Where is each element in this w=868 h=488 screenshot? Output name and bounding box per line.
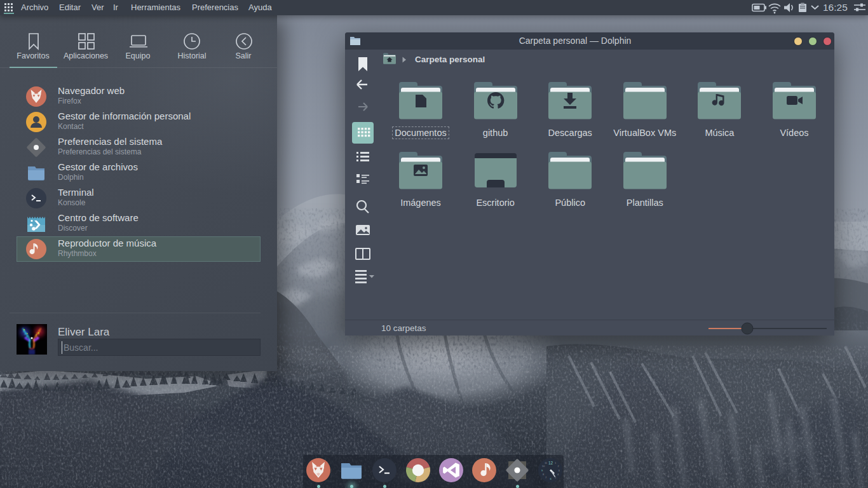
svg-text:10: 10 [542,464,545,468]
svg-text:12: 12 [548,461,553,465]
